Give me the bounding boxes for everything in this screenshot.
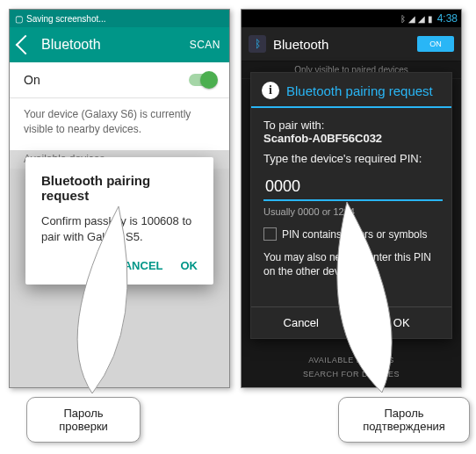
- ok-button[interactable]: OK: [181, 259, 198, 272]
- status-bar: ᛒ ◢ ◢ ▮ 4:38: [242, 10, 461, 27]
- scan-button[interactable]: SCAN: [190, 39, 220, 51]
- appbar-title: Bluetooth: [41, 37, 181, 53]
- callout-pointer-left: [61, 202, 149, 413]
- checkbox-icon[interactable]: [263, 227, 277, 241]
- bt-on-toggle[interactable]: ON: [417, 36, 454, 52]
- clock: 4:38: [437, 12, 458, 25]
- back-icon[interactable]: [16, 35, 36, 55]
- app-bar: ᛒ Bluetooth ON: [242, 27, 461, 61]
- info-icon: i: [262, 82, 279, 99]
- bluetooth-logo-icon: ᛒ: [249, 35, 266, 53]
- dialog-title: Bluetooth pairing request: [286, 83, 433, 98]
- status-text: Saving screenshot...: [26, 14, 106, 24]
- bluetooth-toggle-row[interactable]: On: [10, 62, 229, 98]
- pair-device: Scanfob-A0BF56C032: [263, 132, 382, 145]
- bluetooth-icon: ᛒ: [400, 14, 406, 24]
- app-bar: Bluetooth SCAN: [10, 27, 229, 62]
- pair-label: To pair with:: [263, 119, 324, 132]
- visibility-text: Your device (Galaxy S6) is currently vis…: [10, 98, 229, 146]
- callout-left: Пароль проверки: [26, 397, 141, 443]
- pin-prompt: Type the device's required PIN:: [263, 152, 439, 165]
- appbar-title: Bluetooth: [273, 37, 410, 52]
- save-icon: ▢: [15, 14, 23, 24]
- battery-icon: ▮: [428, 14, 433, 24]
- callout-pointer-right: [334, 198, 422, 408]
- bt-switch[interactable]: [189, 74, 215, 86]
- signal-icon: ◢: [418, 14, 425, 24]
- wifi-icon: ◢: [408, 14, 415, 24]
- callout-right: Пароль подтверждения: [338, 397, 470, 443]
- status-bar: ▢ Saving screenshot...: [10, 10, 229, 27]
- dialog-title: Bluetooth pairing request: [41, 173, 198, 203]
- bt-label: On: [24, 73, 40, 87]
